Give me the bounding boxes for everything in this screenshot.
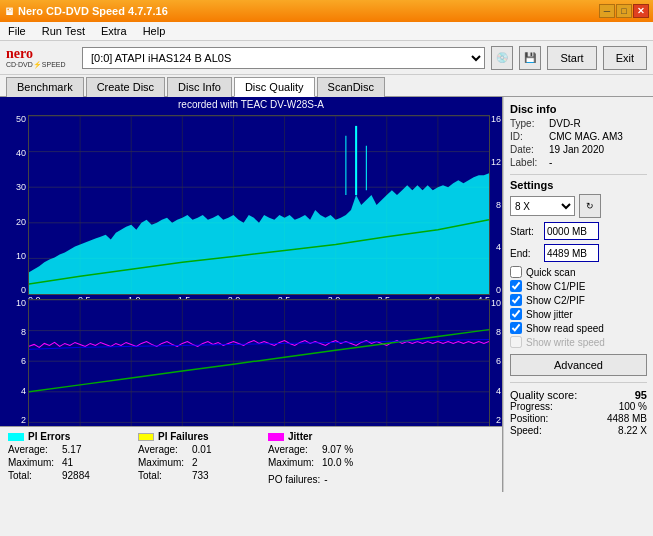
show-read-speed-label: Show read speed bbox=[526, 323, 604, 334]
start-input[interactable] bbox=[544, 222, 599, 240]
pi-errors-color-swatch bbox=[8, 433, 24, 441]
position-label: Position: bbox=[510, 413, 548, 424]
jitter-max-label: Maximum: bbox=[268, 457, 318, 468]
show-jitter-row: Show jitter bbox=[510, 308, 647, 320]
disc-label-label: Label: bbox=[510, 157, 545, 168]
tab-disc-info[interactable]: Disc Info bbox=[167, 77, 232, 97]
quality-score-row: Quality score: 95 bbox=[510, 389, 647, 401]
disc-id-value: CMC MAG. AM3 bbox=[549, 131, 623, 142]
exit-button[interactable]: Exit bbox=[603, 46, 647, 70]
svg-marker-14 bbox=[29, 173, 489, 294]
pi-failures-label: PI Failures bbox=[158, 431, 209, 442]
quality-score-value: 95 bbox=[635, 389, 647, 401]
disc-label-row: Label: - bbox=[510, 157, 647, 168]
tab-scan-disc[interactable]: ScanDisc bbox=[317, 77, 385, 97]
speed-selector[interactable]: 8 X bbox=[510, 196, 575, 216]
pi-errors-max-value: 41 bbox=[62, 457, 73, 468]
pi-errors-total-value: 92884 bbox=[62, 470, 90, 481]
nero-logo: nero CD·DVD⚡SPEED bbox=[6, 47, 76, 68]
speed-label: Speed: bbox=[510, 425, 542, 436]
start-row: Start: bbox=[510, 222, 647, 240]
close-button[interactable]: ✕ bbox=[633, 4, 649, 18]
disc-type-value: DVD-R bbox=[549, 118, 581, 129]
pi-errors-total-label: Total: bbox=[8, 470, 58, 481]
jitter-avg-label: Average: bbox=[268, 444, 318, 455]
po-failures-label: PO failures: bbox=[268, 474, 320, 485]
main-content: recorded with TEAC DV-W28S-A 50 40 30 20… bbox=[0, 97, 653, 492]
disc-info-title: Disc info bbox=[510, 103, 647, 115]
disc-id-label: ID: bbox=[510, 131, 545, 142]
start-button[interactable]: Start bbox=[547, 46, 596, 70]
settings-title: Settings bbox=[510, 179, 647, 191]
pi-errors-label: PI Errors bbox=[28, 431, 70, 442]
disc-id-row: ID: CMC MAG. AM3 bbox=[510, 131, 647, 142]
toolbar: nero CD·DVD⚡SPEED [0:0] ATAPI iHAS124 B … bbox=[0, 41, 653, 75]
pi-failures-avg-label: Average: bbox=[138, 444, 188, 455]
disc-icon[interactable]: 💿 bbox=[491, 46, 513, 70]
title-bar-text: Nero CD-DVD Speed 4.7.7.16 bbox=[18, 5, 168, 17]
settings-section: Settings 8 X ↻ Start: End: Quick scan bbox=[510, 179, 647, 376]
maximize-button[interactable]: □ bbox=[616, 4, 632, 18]
pi-failures-max-value: 2 bbox=[192, 457, 198, 468]
tab-benchmark[interactable]: Benchmark bbox=[6, 77, 84, 97]
jitter-color-swatch bbox=[268, 433, 284, 441]
jitter-avg-value: 9.07 % bbox=[322, 444, 353, 455]
pi-errors-avg-label: Average: bbox=[8, 444, 58, 455]
end-row: End: bbox=[510, 244, 647, 262]
legend: PI Errors Average: 5.17 Maximum: 41 Tota… bbox=[0, 426, 502, 492]
show-jitter-label: Show jitter bbox=[526, 309, 573, 320]
show-c1pie-label: Show C1/PIE bbox=[526, 281, 585, 292]
show-read-speed-checkbox[interactable] bbox=[510, 322, 522, 334]
y-axis-top-left: 50 40 30 20 10 0 bbox=[2, 115, 28, 295]
chart-area: recorded with TEAC DV-W28S-A 50 40 30 20… bbox=[0, 97, 503, 492]
show-write-speed-checkbox[interactable] bbox=[510, 336, 522, 348]
menu-file[interactable]: File bbox=[4, 24, 30, 38]
minimize-button[interactable]: ─ bbox=[599, 4, 615, 18]
tab-disc-quality[interactable]: Disc Quality bbox=[234, 77, 315, 97]
show-write-speed-label: Show write speed bbox=[526, 337, 605, 348]
disc-label-value: - bbox=[549, 157, 552, 168]
drive-selector[interactable]: [0:0] ATAPI iHAS124 B AL0S bbox=[82, 47, 485, 69]
quality-score-label: Quality score: bbox=[510, 389, 577, 401]
quick-scan-checkbox[interactable] bbox=[510, 266, 522, 278]
jitter-max-value: 10.0 % bbox=[322, 457, 353, 468]
menu-run-test[interactable]: Run Test bbox=[38, 24, 89, 38]
progress-value: 100 % bbox=[619, 401, 647, 412]
y-axis-top-right: 16 12 8 4 0 bbox=[490, 115, 502, 295]
disc-type-row: Type: DVD-R bbox=[510, 118, 647, 129]
divider-2 bbox=[510, 382, 647, 383]
show-c2pif-row: Show C2/PIF bbox=[510, 294, 647, 306]
pi-errors-max-label: Maximum: bbox=[8, 457, 58, 468]
menu-extra[interactable]: Extra bbox=[97, 24, 131, 38]
legend-pi-errors: PI Errors Average: 5.17 Maximum: 41 Tota… bbox=[8, 431, 118, 488]
end-input[interactable] bbox=[544, 244, 599, 262]
refresh-icon[interactable]: ↻ bbox=[579, 194, 601, 218]
pi-errors-avg-value: 5.17 bbox=[62, 444, 81, 455]
legend-jitter: Jitter Average: 9.07 % Maximum: 10.0 % P… bbox=[268, 431, 378, 488]
pi-failures-avg-value: 0.01 bbox=[192, 444, 211, 455]
quick-scan-label: Quick scan bbox=[526, 267, 575, 278]
tab-create-disc[interactable]: Create Disc bbox=[86, 77, 165, 97]
advanced-button[interactable]: Advanced bbox=[510, 354, 647, 376]
progress-section: Progress: 100 % Position: 4488 MB Speed:… bbox=[510, 401, 647, 436]
app-icon: 🖥 bbox=[4, 6, 14, 17]
save-icon[interactable]: 💾 bbox=[519, 46, 541, 70]
pi-failures-total-value: 733 bbox=[192, 470, 209, 481]
jitter-label: Jitter bbox=[288, 431, 312, 442]
speed-value: 8.22 X bbox=[618, 425, 647, 436]
show-write-speed-row: Show write speed bbox=[510, 336, 647, 348]
disc-date-label: Date: bbox=[510, 144, 545, 155]
pi-failures-max-label: Maximum: bbox=[138, 457, 188, 468]
speed-row-result: Speed: 8.22 X bbox=[510, 425, 647, 436]
po-failures-value: - bbox=[324, 474, 327, 485]
disc-type-label: Type: bbox=[510, 118, 545, 129]
progress-row: Progress: 100 % bbox=[510, 401, 647, 412]
menu-bar: File Run Test Extra Help bbox=[0, 22, 653, 41]
pi-failures-color-swatch bbox=[138, 433, 154, 441]
show-c1pie-checkbox[interactable] bbox=[510, 280, 522, 292]
show-c2pif-checkbox[interactable] bbox=[510, 294, 522, 306]
show-c1pie-row: Show C1/PIE bbox=[510, 280, 647, 292]
menu-help[interactable]: Help bbox=[139, 24, 170, 38]
show-jitter-checkbox[interactable] bbox=[510, 308, 522, 320]
legend-pi-failures: PI Failures Average: 0.01 Maximum: 2 Tot… bbox=[138, 431, 248, 488]
